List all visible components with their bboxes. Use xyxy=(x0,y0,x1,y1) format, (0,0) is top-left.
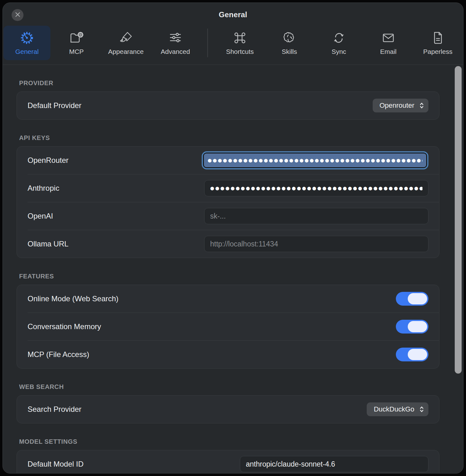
paintbrush-icon xyxy=(119,31,133,45)
features-card: Online Mode (Web Search) Conversation Me… xyxy=(17,285,439,369)
tab-label: MCP xyxy=(69,48,84,55)
tab-label: Shortcuts xyxy=(226,48,254,55)
openai-key-input[interactable] xyxy=(204,208,428,224)
ollama-url-row: Ollama URL xyxy=(17,230,439,258)
provider-card: Default Provider Openrouter xyxy=(17,91,439,120)
openai-key-label: OpenAI xyxy=(28,212,53,220)
tab-label: Appearance xyxy=(108,48,143,55)
tab-label: Paperless xyxy=(423,48,452,55)
gear-icon xyxy=(20,31,34,45)
section-header-api-keys: API KEYS xyxy=(19,134,463,142)
openrouter-key-input[interactable] xyxy=(204,153,426,167)
sliders-icon xyxy=(168,31,183,45)
tab-sync[interactable]: Sync xyxy=(315,26,362,60)
toggle-knob xyxy=(408,321,427,332)
settings-window: General General xyxy=(3,3,463,473)
tab-mcp[interactable]: MCP xyxy=(53,26,100,60)
online-mode-label: Online Mode (Web Search) xyxy=(28,294,118,303)
tab-paperless[interactable]: Paperless xyxy=(414,26,461,60)
document-icon xyxy=(431,31,445,45)
conversation-memory-row: Conversation Memory xyxy=(17,313,439,340)
section-header-web-search: WEB SEARCH xyxy=(19,383,463,391)
default-model-id-row: Default Model ID xyxy=(17,450,439,473)
tab-email[interactable]: Email xyxy=(365,26,412,60)
select-value: DuckDuckGo xyxy=(374,405,414,413)
online-mode-row: Online Mode (Web Search) xyxy=(17,285,439,313)
conversation-memory-label: Conversation Memory xyxy=(28,322,101,331)
toolbar-divider xyxy=(207,28,208,57)
window-chrome: General General xyxy=(3,3,463,65)
tab-label: Advanced xyxy=(161,48,190,55)
default-model-id-input[interactable] xyxy=(240,456,428,472)
tab-general[interactable]: General xyxy=(3,26,50,60)
web-search-card: Search Provider DuckDuckGo xyxy=(17,395,439,423)
anthropic-key-label: Anthropic xyxy=(28,184,59,193)
mcp-file-access-toggle[interactable] xyxy=(396,348,428,361)
openrouter-key-label: OpenRouter xyxy=(28,156,69,165)
conversation-memory-toggle[interactable] xyxy=(396,320,428,334)
select-value: Openrouter xyxy=(380,101,414,110)
settings-content: PROVIDER Default Provider Openrouter API… xyxy=(3,80,463,473)
toggle-knob xyxy=(408,293,427,304)
command-icon xyxy=(233,31,247,45)
default-provider-label: Default Provider xyxy=(28,101,81,110)
section-header-provider: PROVIDER xyxy=(19,80,463,87)
api-keys-card: OpenRouter Anthropic OpenAI Ollama URL xyxy=(17,146,439,258)
tab-appearance[interactable]: Appearance xyxy=(102,26,149,60)
titlebar: General xyxy=(3,3,463,26)
default-model-id-label: Default Model ID xyxy=(28,460,84,468)
window-title: General xyxy=(3,10,463,19)
mcp-file-access-label: MCP (File Access) xyxy=(28,350,89,359)
tab-skills[interactable]: Skills xyxy=(266,26,313,60)
tab-shortcuts[interactable]: Shortcuts xyxy=(216,26,263,60)
openrouter-key-row: OpenRouter xyxy=(17,147,439,174)
tab-label: Skills xyxy=(282,48,297,55)
tab-advanced[interactable]: Advanced xyxy=(152,26,199,60)
anthropic-key-row: Anthropic xyxy=(17,174,439,202)
chevron-updown-icon xyxy=(419,102,424,109)
search-provider-select[interactable]: DuckDuckGo xyxy=(367,402,428,416)
model-settings-card: Default Model ID xyxy=(17,450,439,473)
tab-label: Email xyxy=(380,48,397,55)
openai-key-row: OpenAI xyxy=(17,202,439,230)
search-provider-label: Search Provider xyxy=(28,405,81,414)
search-provider-row: Search Provider DuckDuckGo xyxy=(17,396,439,423)
envelope-icon xyxy=(381,31,396,45)
default-provider-row: Default Provider Openrouter xyxy=(17,92,439,119)
default-provider-select[interactable]: Openrouter xyxy=(373,99,428,112)
mcp-file-access-row: MCP (File Access) xyxy=(17,341,439,368)
section-header-features: FEATURES xyxy=(19,273,463,280)
toolbar: General MCP xyxy=(3,26,463,60)
tab-label: Sync xyxy=(332,48,346,55)
online-mode-toggle[interactable] xyxy=(396,292,428,306)
anthropic-key-input[interactable] xyxy=(204,180,428,196)
ollama-url-input[interactable] xyxy=(204,236,428,252)
sync-icon xyxy=(332,31,346,45)
toggle-knob xyxy=(408,349,427,360)
chevron-updown-icon xyxy=(419,406,424,413)
ollama-url-label: Ollama URL xyxy=(28,240,69,248)
tab-label: General xyxy=(15,48,39,55)
brain-icon xyxy=(282,31,297,45)
section-header-model-settings: MODEL SETTINGS xyxy=(19,438,463,445)
folder-gear-icon xyxy=(69,31,84,45)
scrollbar-thumb[interactable] xyxy=(455,66,462,374)
openrouter-key-focus-ring xyxy=(202,151,428,169)
